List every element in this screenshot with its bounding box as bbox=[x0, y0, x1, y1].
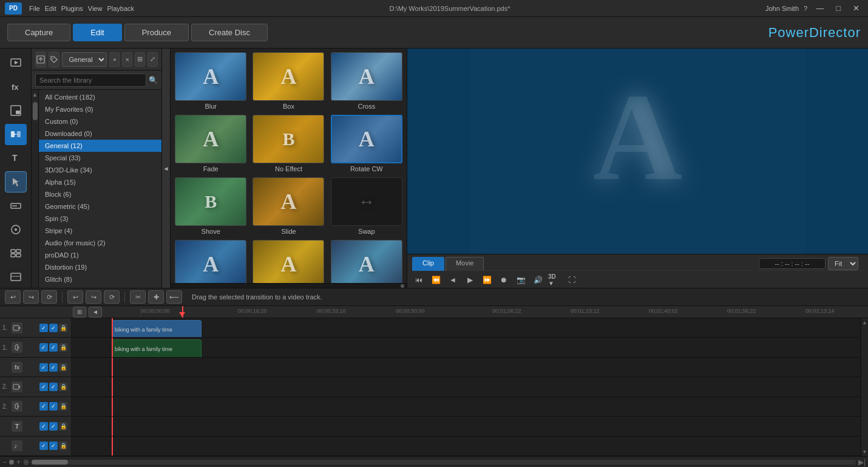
track-visibility-fx[interactable]: ✓ bbox=[39, 363, 48, 372]
add-button[interactable]: ✚ bbox=[148, 290, 164, 304]
scroll-up-arrow[interactable]: ▲ bbox=[32, 91, 38, 100]
prev-marker-button[interactable]: ◄ bbox=[89, 307, 102, 318]
tab-create-disc[interactable]: Create Disc bbox=[191, 24, 268, 41]
transport-audio[interactable]: 🔊 bbox=[531, 273, 544, 287]
category-geometric[interactable]: Geometric (45) bbox=[39, 200, 161, 213]
tab-produce[interactable]: Produce bbox=[124, 24, 189, 41]
maximize-button[interactable]: □ bbox=[832, 2, 844, 14]
transition-cross[interactable]: A Cross bbox=[330, 52, 403, 110]
sidebar-icon-media[interactable] bbox=[5, 52, 27, 73]
track-link-2a[interactable]: ✓ bbox=[49, 402, 58, 411]
panel-collapse-button[interactable]: ◄ bbox=[162, 49, 171, 288]
category-my-favorites[interactable]: My Favorites (0) bbox=[39, 103, 161, 115]
category-spin[interactable]: Spin (3) bbox=[39, 213, 161, 225]
timeline-vscroll-down[interactable]: ▼ bbox=[862, 449, 867, 455]
track-lock-1[interactable]: 🔒 bbox=[59, 324, 67, 332]
category-distortion[interactable]: Distortion (19) bbox=[39, 261, 161, 273]
category-audio[interactable]: Audio (for music) (2) bbox=[39, 237, 161, 249]
menu-file[interactable]: File bbox=[29, 5, 40, 12]
track-visibility-2[interactable]: ✓ bbox=[39, 383, 48, 391]
add-track-icon[interactable]: ⊕ bbox=[23, 458, 29, 466]
transport-step-fwd[interactable]: ⏩ bbox=[480, 273, 493, 287]
redo-button[interactable]: ↪ bbox=[23, 290, 39, 304]
transition-swap[interactable]: ↔ Swap bbox=[330, 177, 403, 235]
zoom-in-icon[interactable]: + bbox=[16, 458, 21, 466]
add-category-button[interactable]: + bbox=[109, 52, 120, 67]
track-visibility-1a[interactable]: ✓ bbox=[39, 343, 48, 352]
category-special[interactable]: Special (33) bbox=[39, 152, 161, 164]
menu-playback[interactable]: Playback bbox=[107, 5, 134, 12]
category-general[interactable]: General (12) bbox=[39, 140, 161, 152]
redo2-button[interactable]: ↪ bbox=[86, 290, 101, 304]
category-dropdown[interactable]: General Special Alpha bbox=[62, 52, 107, 67]
tab-edit[interactable]: Edit bbox=[73, 24, 121, 41]
reset-button[interactable]: ⟳ bbox=[41, 290, 57, 304]
timeline-end-icon[interactable]: ▶| bbox=[858, 458, 866, 466]
sidebar-icon-subtitle[interactable] bbox=[5, 195, 27, 216]
transition-blur[interactable]: A Blur bbox=[174, 52, 247, 110]
sidebar-icon-chapters[interactable] bbox=[5, 267, 27, 288]
transition-no-effect[interactable]: B No Effect bbox=[252, 115, 325, 172]
track-link-1a[interactable]: ✓ bbox=[49, 343, 58, 352]
minimize-button[interactable]: — bbox=[812, 2, 827, 14]
transport-step-back[interactable]: ⏪ bbox=[429, 273, 442, 287]
sidebar-icon-cursor[interactable] bbox=[5, 171, 27, 193]
help-icon[interactable]: ? bbox=[804, 5, 807, 12]
transport-play[interactable]: ▶ bbox=[463, 273, 476, 287]
menu-plugins[interactable]: Plugins bbox=[61, 5, 83, 12]
transition-extra-1[interactable]: A bbox=[174, 240, 247, 283]
transport-rewind-start[interactable]: ⏮ bbox=[412, 273, 426, 287]
track-link-music[interactable]: ✓ bbox=[49, 441, 58, 450]
category-downloaded[interactable]: Downloaded (0) bbox=[39, 128, 161, 140]
category-glitch[interactable]: Glitch (8) bbox=[39, 273, 161, 285]
transition-slide[interactable]: A Slide bbox=[252, 177, 325, 235]
category-custom[interactable]: Custom (0) bbox=[39, 115, 161, 128]
undo-button[interactable]: ↩ bbox=[5, 290, 21, 304]
track-visibility-music[interactable]: ✓ bbox=[39, 441, 48, 450]
sidebar-icon-pip[interactable] bbox=[5, 100, 27, 121]
track-lock-music[interactable]: 🔒 bbox=[59, 441, 67, 450]
transition-extra-2[interactable]: A bbox=[252, 240, 325, 283]
sidebar-icon-multicam[interactable] bbox=[5, 243, 27, 264]
track-lock-title[interactable]: 🔒 bbox=[59, 422, 67, 431]
track-link-2[interactable]: ✓ bbox=[49, 383, 58, 391]
fit-timeline-button[interactable]: ⊞ bbox=[73, 307, 86, 318]
category-all-content[interactable]: All Content (182) bbox=[39, 91, 161, 103]
track-lock-2a[interactable]: 🔒 bbox=[59, 402, 67, 411]
transition-rotate-cw[interactable]: A Rotate CW bbox=[330, 115, 403, 172]
sidebar-icon-audio[interactable] bbox=[5, 219, 27, 240]
transport-3d[interactable]: 3D ▼ bbox=[548, 273, 561, 287]
transition-extra-3[interactable]: A bbox=[330, 240, 403, 283]
sidebar-icon-title[interactable]: T bbox=[5, 148, 27, 169]
track-clip-1-audio[interactable]: biking with a family time bbox=[112, 339, 202, 356]
transport-fullscreen[interactable]: ⛶ bbox=[565, 273, 578, 287]
transport-record[interactable]: ⏺ bbox=[497, 273, 510, 287]
search-icon[interactable]: 🔍 bbox=[149, 76, 158, 84]
transition-box[interactable]: A Box bbox=[252, 52, 325, 110]
category-stripe[interactable]: Stripe (4) bbox=[39, 225, 161, 237]
category-3d[interactable]: 3D/3D-Like (34) bbox=[39, 164, 161, 176]
track-lock-fx[interactable]: 🔒 bbox=[59, 363, 67, 372]
zoom-out-icon[interactable]: − bbox=[2, 458, 7, 466]
preview-tab-clip[interactable]: Clip bbox=[412, 257, 444, 271]
zoom-indicator[interactable] bbox=[9, 460, 14, 465]
timecode-display[interactable] bbox=[759, 258, 826, 269]
timeline-vscroll-up[interactable]: ▲ bbox=[862, 319, 867, 326]
tag-button[interactable] bbox=[49, 52, 59, 67]
track-clip-1-video[interactable]: biking with a family time bbox=[112, 320, 202, 337]
timeline-hscroll-thumb[interactable] bbox=[32, 460, 68, 465]
transport-play-back[interactable]: ◄ bbox=[446, 273, 459, 287]
track-lock-1a[interactable]: 🔒 bbox=[59, 343, 67, 352]
transition-fade[interactable]: A Fade bbox=[174, 115, 247, 172]
track-link-fx[interactable]: ✓ bbox=[49, 363, 58, 372]
menu-edit[interactable]: Edit bbox=[45, 5, 56, 12]
grid-scroll-down[interactable] bbox=[401, 284, 404, 288]
track-visibility-1[interactable]: ✓ bbox=[39, 324, 48, 332]
track-link-1[interactable]: ✓ bbox=[49, 324, 58, 332]
sidebar-icon-fx[interactable]: fx bbox=[5, 76, 27, 97]
sidebar-icon-transitions[interactable] bbox=[5, 124, 27, 145]
import-button[interactable] bbox=[35, 52, 46, 67]
reset2-button[interactable]: ⟳ bbox=[104, 290, 120, 304]
scroll-thumb[interactable] bbox=[33, 102, 38, 120]
tab-capture[interactable]: Capture bbox=[7, 24, 70, 41]
